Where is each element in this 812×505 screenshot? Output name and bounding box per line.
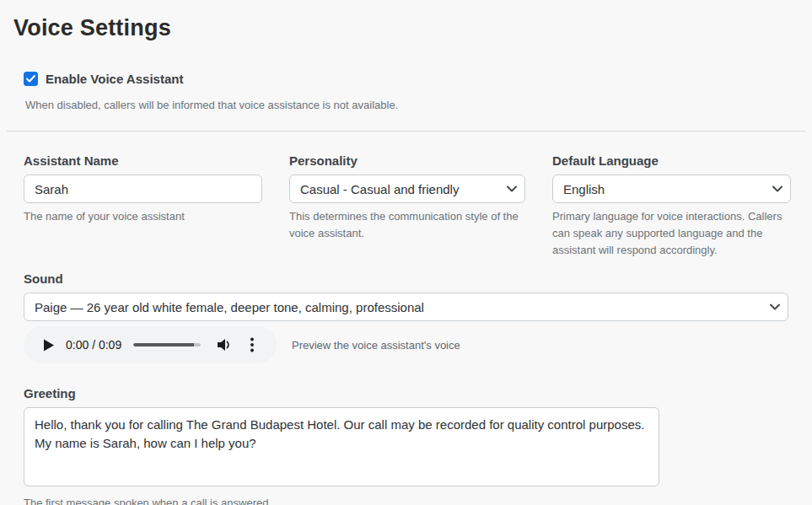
personality-select[interactable]: Casual - Casual and friendly <box>289 175 525 203</box>
sound-field: Sound Paige — 26 year old white female, … <box>24 271 788 363</box>
enable-voice-checkbox[interactable] <box>24 72 38 86</box>
sound-select[interactable]: Paige — 26 year old white female, deeper… <box>24 293 788 321</box>
enable-voice-help: When disabled, callers will be informed … <box>25 97 812 114</box>
volume-icon <box>217 338 232 352</box>
section-divider-top <box>7 131 805 132</box>
seek-bar-loaded <box>133 343 194 347</box>
enable-voice-row: Enable Voice Assistant <box>24 72 812 86</box>
sound-label: Sound <box>24 271 788 286</box>
audio-menu-button[interactable] <box>245 335 260 355</box>
default-language-field: Default Language English Primary languag… <box>552 153 791 259</box>
voice-preview-row: 0:00 / 0:09 <box>24 326 788 363</box>
enable-voice-label: Enable Voice Assistant <box>46 72 183 86</box>
volume-button[interactable] <box>214 335 234 355</box>
kebab-menu-icon <box>250 337 254 352</box>
play-button[interactable] <box>39 336 57 354</box>
page-title: Voice Settings <box>13 0 812 41</box>
default-language-label: Default Language <box>552 153 791 168</box>
check-icon <box>26 75 35 83</box>
voice-preview-note: Preview the voice assistant's voice <box>292 339 460 352</box>
voice-settings-page: Voice Settings Enable Voice Assistant Wh… <box>0 0 812 505</box>
personality-field: Personality Casual - Casual and friendly… <box>289 153 525 259</box>
greeting-textarea[interactable]: Hello, thank you for calling The Grand B… <box>24 407 659 486</box>
default-language-select[interactable]: English <box>552 175 791 203</box>
greeting-field: Greeting Hello, thank you for calling Th… <box>24 386 788 505</box>
play-icon <box>43 339 54 352</box>
assistant-name-field: Assistant Name The name of your voice as… <box>24 153 262 259</box>
audio-player: 0:00 / 0:09 <box>24 326 277 363</box>
audio-seek-bar[interactable] <box>133 343 201 347</box>
audio-time-display: 0:00 / 0:09 <box>66 338 121 352</box>
personality-help: This determines the communication style … <box>289 208 525 242</box>
assistant-name-label: Assistant Name <box>24 153 262 168</box>
settings-columns: Assistant Name The name of your voice as… <box>24 153 788 259</box>
default-language-help: Primary language for voice interactions.… <box>552 208 791 259</box>
personality-label: Personality <box>289 153 525 168</box>
assistant-name-input[interactable] <box>24 175 262 203</box>
greeting-label: Greeting <box>24 386 788 400</box>
assistant-name-help: The name of your voice assistant <box>24 208 262 225</box>
seek-bar-remaining <box>194 343 201 347</box>
greeting-help: The first message spoken when a call is … <box>24 495 788 505</box>
